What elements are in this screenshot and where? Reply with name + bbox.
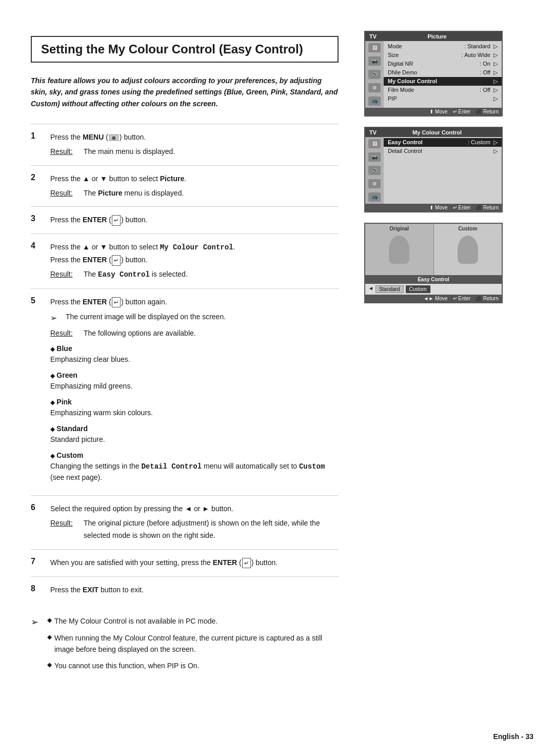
tv-menu-row-size: Size : Auto Wide ▷ (384, 51, 502, 60)
tv-screen-2-footer: ⬆ Move ↵ Enter ⬛ Return (365, 204, 502, 211)
sidebar: TV Picture 🖼 📷 🔊 ⚙ 📺 Mode : Standard ▷ (359, 21, 523, 735)
option-pink: PinkEmphasizing warm skin colours. (50, 397, 339, 418)
menu-icon: ▦ (109, 134, 118, 141)
result-label-4: Result: (50, 268, 78, 281)
step-4-text: Press the ▲ or ▼ button to select My Col… (50, 243, 235, 264)
menu-label-pip: PIP (388, 95, 397, 102)
footer-enter-3: ↵ Enter (453, 296, 471, 301)
tv-icon-1d: ⚙ (368, 83, 381, 92)
step-1-text: Press the MENU (▦) button. (50, 133, 146, 141)
result-label-2: Result: (50, 187, 78, 200)
menu-value-dnie: : Off ▷ (480, 69, 498, 76)
tv-empty-space-2 (384, 156, 502, 181)
menu-label-size: Size (388, 52, 399, 59)
step-3-text: Press the ENTER (↵) button. (50, 216, 147, 224)
tv-icon-1b: 📷 (368, 56, 381, 66)
option-custom-comp: Custom (406, 285, 430, 293)
tv-icon-1e: 📺 (368, 96, 381, 106)
tv-screen-2-body: 🖼 📷 🔊 ⚙ 📺 Easy Control : Custom ▷ Detail… (365, 137, 502, 204)
page-container: Setting the My Colour Control (Easy Cont… (0, 0, 554, 756)
comparison-original: Original (365, 224, 434, 275)
menu-value-detail: ▷ (493, 148, 498, 154)
page-footer: English - 33 (493, 732, 533, 741)
result-label-6: Result: (50, 517, 78, 542)
tv-icons-col-1: 🖼 📷 🔊 ⚙ 📺 (365, 41, 384, 108)
enter-icon-3: ↵ (112, 215, 121, 226)
tv-menu-row-detail: Detail Control ▷ (384, 147, 502, 156)
option-standard-desc: Standard picture. (50, 435, 105, 443)
result-label-1: Result: (50, 146, 78, 158)
step-5-arrow-note: ➢ The current image will be displayed on… (50, 311, 339, 325)
menu-label-detail: Detail Control (388, 148, 422, 154)
option-blue-title: Blue (56, 344, 72, 353)
page-title-box: Setting the My Colour Control (Easy Cont… (31, 36, 339, 63)
menu-value-dnr: : On ▷ (480, 61, 498, 67)
menu-value-mycolour: ▷ (493, 78, 498, 85)
enter-icon-5: ↵ (112, 297, 121, 308)
step-8-text: Press the EXIT button to exit. (50, 586, 144, 594)
step-number-4: 4 (31, 241, 42, 281)
result-text-1: The main menu is displayed. (84, 146, 339, 158)
menu-value-film: : Off ▷ (480, 87, 498, 93)
menu-label-mode: Mode (388, 43, 402, 50)
step-number-8: 8 (31, 584, 42, 596)
result-text-6: The original picture (before adjustment)… (84, 517, 339, 542)
footer-return-1: ⬛ Return (476, 109, 499, 114)
tv-menu-row-pip: PIP ▷ (384, 94, 502, 103)
tv-icon-2d: ⚙ (368, 179, 381, 188)
footer-move-3: ◄► Move (423, 296, 447, 301)
step-number-6: 6 (31, 503, 42, 541)
menu-label-easy: Easy Control (388, 139, 423, 146)
result-text-4: The Easy Control is selected. (84, 268, 339, 281)
footer-enter-2: ↵ Enter (453, 205, 471, 210)
notes-list: The My Colour Control is not available i… (47, 615, 339, 677)
tv-screen-1-header: TV Picture (365, 32, 502, 41)
left-arrow-comp: ◄ (368, 285, 373, 293)
option-blue: BlueEmphasizing clear blues. (50, 343, 339, 365)
enter-icon-7: ↵ (242, 558, 251, 569)
footer-move-2: ⬆ Move (429, 205, 447, 210)
original-image (389, 236, 409, 264)
option-standard: StandardStandard picture. (50, 423, 339, 445)
option-custom: CustomChanging the settings in the Detai… (50, 450, 339, 483)
step-content-2: Press the ▲ or ▼ button to select Pictur… (50, 173, 339, 200)
tv-icon-1c: 🔊 (368, 70, 381, 79)
step-content-1: Press the MENU (▦) button. Result: The m… (50, 131, 339, 158)
step-6: 6 Select the required option by pressing… (31, 495, 339, 549)
custom-image (458, 236, 478, 264)
step-8: 8 Press the EXIT button to exit. (31, 576, 339, 604)
tv-menu-row-film: Film Mode : Off ▷ (384, 86, 502, 94)
step-content-4: Press the ▲ or ▼ button to select My Col… (50, 241, 339, 281)
option-green-desc: Emphasizing mild greens. (50, 382, 132, 390)
option-standard-comp: Standard (375, 285, 404, 293)
original-label: Original (389, 226, 409, 231)
footer-enter-1: ↵ Enter (453, 109, 471, 114)
page-title: Setting the My Colour Control (Easy Cont… (41, 42, 328, 56)
footer-return-3: ⬛ Return (476, 296, 499, 301)
tv-title-1: Picture (427, 33, 446, 40)
comparison-options: ◄ Standard Custom (365, 284, 502, 295)
custom-label: Custom (458, 226, 477, 231)
note-2: When running the My Colour Control featu… (47, 632, 339, 655)
main-content: Setting the My Colour Control (Easy Cont… (0, 21, 359, 735)
option-custom-title: Custom (56, 451, 83, 459)
footer-move-1: ⬆ Move (429, 109, 447, 114)
tv-screen-2: TV My Colour Control 🖼 📷 🔊 ⚙ 📺 Easy Cont… (364, 127, 503, 212)
step-5: 5 Press the ENTER (↵) button again. ➢ Th… (31, 288, 339, 496)
step-2: 2 Press the ▲ or ▼ button to select Pict… (31, 165, 339, 207)
tv-icon-1a: 🖼 (368, 43, 381, 52)
note-1: The My Colour Control is not available i… (47, 615, 339, 627)
options-list: BlueEmphasizing clear blues. GreenEmphas… (50, 343, 339, 483)
tv-menu-row-dnr: Digital NR : On ▷ (384, 60, 502, 68)
step-content-5: Press the ENTER (↵) button again. ➢ The … (50, 296, 339, 489)
comparison-images: Original Custom (365, 224, 502, 275)
tv-menu-row-easy: Easy Control : Custom ▷ (384, 138, 502, 147)
menu-value-pip: ▷ (493, 95, 498, 102)
menu-label-dnie: DNIe Demo (388, 69, 417, 76)
step-6-result: Result: The original picture (before adj… (50, 517, 339, 542)
footer-text: English - 33 (493, 732, 533, 741)
step-4-result: Result: The Easy Control is selected. (50, 268, 339, 281)
step-7-text: When you are satisfied with your setting… (50, 558, 278, 567)
step-5-text: Press the ENTER (↵) button again. (50, 298, 167, 306)
step-number-1: 1 (31, 131, 42, 158)
